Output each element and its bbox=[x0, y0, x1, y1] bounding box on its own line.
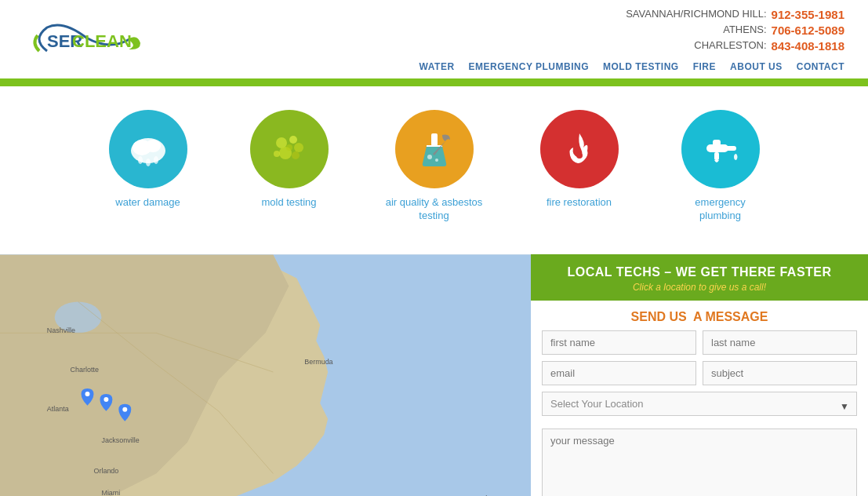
service-label-mold-testing: mold testing bbox=[261, 196, 316, 210]
svg-point-12 bbox=[292, 151, 300, 159]
map-svg: Nashville Charlotte Atlanta Jacksonville… bbox=[0, 254, 531, 496]
svg-text:Bermuda: Bermuda bbox=[304, 358, 332, 366]
a-message-text: A MESSAGE bbox=[693, 310, 768, 323]
services-section: water damage mold testing bbox=[0, 86, 868, 254]
svg-point-33 bbox=[85, 392, 90, 396]
phone-line-savannah: SAVANNAH/RICHMOND HILL: 912-355-1981 bbox=[626, 8, 844, 21]
nav-emergency-plumbing[interactable]: EMERGENCY PLUMBING bbox=[469, 61, 589, 72]
nav-fire[interactable]: FIRE bbox=[693, 61, 716, 72]
nav-water[interactable]: WATER bbox=[419, 61, 455, 72]
location-select-wrapper: Select Your Location Savannah/Richmond H… bbox=[542, 392, 857, 422]
svg-text:Atlanta: Atlanta bbox=[47, 405, 69, 413]
contact-nav: SAVANNAH/RICHMOND HILL: 912-355-1981 ATH… bbox=[419, 8, 844, 78]
service-label-fire-restoration: fire restoration bbox=[547, 196, 612, 210]
location-select[interactable]: Select Your Location Savannah/Richmond H… bbox=[542, 392, 857, 416]
svg-point-7 bbox=[154, 156, 158, 164]
service-water-damage[interactable]: water damage bbox=[101, 110, 195, 210]
service-icon-mold-testing bbox=[250, 110, 329, 188]
svg-point-6 bbox=[146, 159, 151, 166]
service-label-water-damage: water damage bbox=[115, 196, 180, 210]
panel-title: LOCAL TECHS – WE GET THERE FASTER bbox=[547, 265, 852, 279]
phone-line-charleston: CHARLESTON: 843-408-1818 bbox=[626, 39, 844, 53]
form-row-name bbox=[542, 330, 857, 355]
service-icon-air-quality bbox=[395, 110, 474, 188]
svg-point-4 bbox=[145, 140, 161, 152]
svg-point-10 bbox=[294, 143, 303, 152]
svg-rect-20 bbox=[713, 140, 721, 146]
nav-about-us[interactable]: ABOUT US bbox=[730, 61, 783, 72]
svg-point-13 bbox=[274, 151, 280, 157]
nav-bar: WATER EMERGENCY PLUMBING MOLD TESTING FI… bbox=[419, 61, 844, 78]
send-us-text: SEND US bbox=[631, 310, 687, 323]
service-fire-restoration[interactable]: fire restoration bbox=[532, 110, 626, 210]
svg-point-31 bbox=[104, 397, 108, 402]
phone-lines: SAVANNAH/RICHMOND HILL: 912-355-1981 ATH… bbox=[626, 8, 844, 55]
panel-header: LOCAL TECHS – WE GET THERE FASTER Click … bbox=[531, 254, 868, 301]
svg-point-32 bbox=[122, 407, 127, 412]
phone-region-athens: ATHENS: bbox=[723, 24, 766, 37]
phone-number-athens: 706-612-5089 bbox=[772, 24, 844, 37]
last-name-input[interactable] bbox=[703, 330, 857, 355]
svg-point-16 bbox=[427, 155, 432, 159]
panel-subtitle: Click a location to give us a call! bbox=[547, 282, 852, 293]
service-emergency-plumbing[interactable]: emergency plumbing bbox=[674, 110, 768, 223]
svg-point-18 bbox=[576, 152, 583, 159]
service-label-air-quality: air quality & asbestos testing bbox=[383, 196, 485, 223]
map-area: Nashville Charlotte Atlanta Jacksonville… bbox=[0, 254, 531, 496]
svg-point-14 bbox=[286, 144, 292, 151]
svg-point-8 bbox=[276, 137, 287, 148]
header: SER CLEAN SAVANNAH/RICHMOND HILL: 912-35… bbox=[0, 0, 868, 82]
svg-rect-22 bbox=[714, 152, 719, 160]
nav-contact[interactable]: CONTACT bbox=[797, 61, 844, 72]
svg-rect-21 bbox=[725, 146, 736, 151]
email-input[interactable] bbox=[542, 361, 696, 385]
svg-point-17 bbox=[435, 159, 438, 162]
svg-text:CLEAN: CLEAN bbox=[72, 31, 132, 51]
first-name-input[interactable] bbox=[542, 330, 696, 355]
phone-line-athens: ATHENS: 706-612-5089 bbox=[626, 24, 844, 37]
send-us-bar: SEND US A MESSAGE bbox=[531, 301, 868, 330]
phone-number-charleston: 843-408-1818 bbox=[772, 39, 844, 53]
service-label-emergency-plumbing: emergency plumbing bbox=[674, 196, 768, 223]
message-textarea[interactable] bbox=[542, 429, 857, 496]
service-icon-fire-restoration bbox=[540, 110, 619, 188]
logo: SER CLEAN bbox=[24, 8, 149, 71]
contact-panel: LOCAL TECHS – WE GET THERE FASTER Click … bbox=[531, 254, 868, 496]
svg-point-9 bbox=[289, 136, 297, 144]
svg-point-5 bbox=[138, 156, 143, 164]
svg-text:Nashville: Nashville bbox=[47, 326, 75, 334]
svg-rect-15 bbox=[431, 133, 438, 146]
form-row-contact bbox=[542, 361, 857, 385]
contact-form: Select Your Location Savannah/Richmond H… bbox=[531, 330, 868, 496]
logo-area: SER CLEAN bbox=[24, 8, 149, 71]
nav-mold-testing[interactable]: MOLD TESTING bbox=[603, 61, 679, 72]
subject-input[interactable] bbox=[703, 361, 857, 385]
service-air-quality[interactable]: air quality & asbestos testing bbox=[383, 110, 485, 223]
svg-text:Jacksonville: Jacksonville bbox=[101, 436, 139, 443]
service-icon-water-damage bbox=[109, 110, 187, 188]
svg-text:Orlando: Orlando bbox=[93, 467, 118, 475]
service-icon-emergency-plumbing bbox=[681, 110, 760, 188]
phone-number-savannah: 912-355-1981 bbox=[772, 8, 844, 21]
phone-region-charleston: CHARLESTON: bbox=[694, 39, 766, 53]
phone-region-savannah: SAVANNAH/RICHMOND HILL: bbox=[626, 8, 766, 21]
svg-text:Miami: Miami bbox=[101, 489, 120, 496]
bottom-section: Nashville Charlotte Atlanta Jacksonville… bbox=[0, 254, 868, 496]
service-mold-testing[interactable]: mold testing bbox=[242, 110, 336, 210]
svg-text:Charlotte: Charlotte bbox=[71, 366, 99, 374]
